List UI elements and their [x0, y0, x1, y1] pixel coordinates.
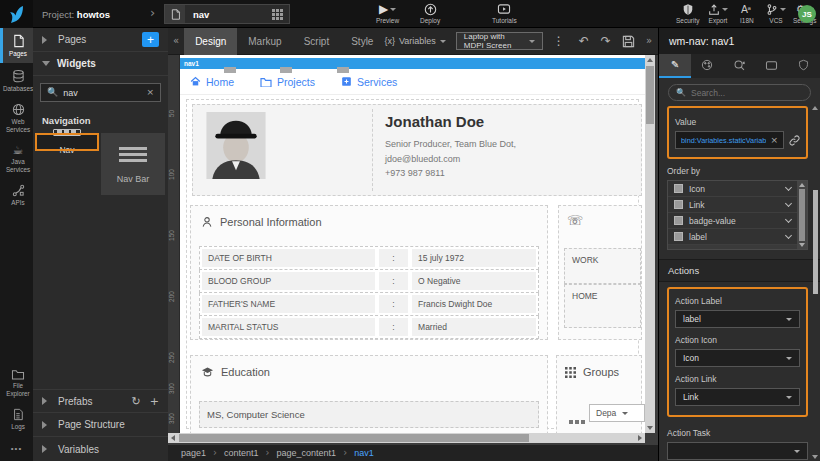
- collapse-left-panel-button[interactable]: «: [168, 36, 184, 46]
- contact-cell-home[interactable]: HOME: [564, 284, 641, 328]
- order-item-badge-value[interactable]: badge-value: [668, 213, 807, 229]
- tab-styles[interactable]: [691, 54, 723, 78]
- scroll-down-arrow[interactable]: [799, 243, 805, 247]
- order-item-label-row[interactable]: label: [668, 229, 807, 245]
- plus-icon[interactable]: +: [150, 396, 159, 407]
- scroll-right-arrow[interactable]: [635, 433, 645, 443]
- page-selector[interactable]: nav: [164, 4, 290, 24]
- tutorials-button[interactable]: Tutorials: [492, 3, 517, 24]
- personal-info-card[interactable]: Personal Information DATE OF BIRTH : 15 …: [190, 205, 548, 340]
- table-row[interactable]: DATE OF BIRTH : 15 july 1972: [199, 246, 539, 270]
- order-item-icon[interactable]: Icon: [668, 181, 807, 197]
- tab-style[interactable]: Style: [340, 28, 384, 55]
- prefabs-section-header[interactable]: Prefabs ↻+: [33, 389, 168, 413]
- clear-search-icon[interactable]: ×: [146, 88, 154, 97]
- redo-button[interactable]: ↷: [595, 35, 617, 47]
- widget-tile-nav[interactable]: Nav: [35, 133, 99, 151]
- widget-search-input[interactable]: [63, 88, 141, 98]
- order-item-link[interactable]: Link: [668, 197, 807, 213]
- tab-script[interactable]: Script: [293, 28, 341, 55]
- security-button[interactable]: Security: [676, 3, 699, 24]
- more-options-button[interactable]: ⋮: [553, 35, 565, 47]
- education-item[interactable]: MS, Computer Science: [199, 401, 539, 428]
- groups-card[interactable]: Groups Depa: [556, 355, 642, 433]
- clear-bind-icon[interactable]: ×: [770, 136, 778, 145]
- rail-item-file-explorer[interactable]: File Explorer: [0, 362, 33, 402]
- drag-handle[interactable]: [280, 67, 292, 73]
- variables-menu-button[interactable]: {x} Variables: [384, 36, 445, 46]
- add-page-button[interactable]: +: [142, 32, 159, 47]
- widget-selection-bar[interactable]: nav1: [180, 58, 645, 69]
- value-bind-input[interactable]: bind:Variables.staticVariable1.dataSet ×: [675, 131, 784, 149]
- preview-button[interactable]: ▶ Preview: [376, 3, 399, 24]
- chevron-down-icon[interactable]: [785, 183, 792, 190]
- canvas-vertical-scrollbar[interactable]: [645, 55, 655, 433]
- tab-device[interactable]: [756, 54, 788, 78]
- deploy-button[interactable]: Deploy: [420, 3, 440, 24]
- profile-card[interactable]: Jonathan Doe Senior Producer, Team Blue …: [192, 104, 642, 196]
- scrollbar-thumb[interactable]: [799, 189, 805, 241]
- widget-tile-navbar[interactable]: Nav Bar: [101, 133, 165, 195]
- contact-cell-work[interactable]: WORK: [564, 248, 641, 284]
- vcs-button[interactable]: VCS: [766, 3, 786, 24]
- action-task-select[interactable]: [667, 442, 808, 460]
- action-label-select[interactable]: label: [675, 310, 800, 328]
- nav-item-services[interactable]: Services: [341, 76, 397, 88]
- tab-properties[interactable]: ✎: [659, 54, 691, 78]
- user-avatar[interactable]: JS: [798, 5, 816, 23]
- rail-item-apis[interactable]: APIs: [0, 178, 33, 212]
- bind-link-icon[interactable]: [789, 135, 800, 146]
- chevron-down-icon[interactable]: [785, 215, 792, 222]
- chevron-down-icon[interactable]: [785, 231, 792, 238]
- canvas-horizontal-scrollbar[interactable]: [168, 433, 645, 443]
- rail-item-databases[interactable]: Databases: [0, 63, 33, 98]
- widgets-section-header[interactable]: Widgets: [33, 52, 168, 76]
- groups-dropdown[interactable]: Depa: [589, 404, 645, 422]
- breadcrumb-item[interactable]: page_content1: [277, 448, 337, 458]
- scroll-down-arrow[interactable]: [645, 423, 655, 433]
- drag-handle[interactable]: [224, 67, 236, 73]
- checkbox[interactable]: [674, 216, 683, 225]
- nav-widget[interactable]: Home Projects Services: [180, 69, 645, 95]
- rail-item-web-services[interactable]: Web Services: [0, 97, 33, 138]
- save-button[interactable]: [617, 35, 640, 48]
- nav-item-projects[interactable]: Projects: [260, 76, 315, 88]
- scroll-up-arrow[interactable]: [812, 106, 818, 110]
- tab-security[interactable]: [788, 54, 820, 78]
- page-structure-section-header[interactable]: Page Structure: [33, 413, 168, 437]
- device-select[interactable]: Laptop with MDPI Screen: [456, 32, 543, 50]
- properties-search-input[interactable]: [691, 88, 803, 98]
- scroll-up-arrow[interactable]: [799, 183, 805, 187]
- rail-item-pages[interactable]: Pages: [0, 28, 33, 63]
- drag-handle[interactable]: [337, 67, 349, 73]
- panel-scrollbar[interactable]: [812, 106, 819, 459]
- checkbox[interactable]: [674, 200, 683, 209]
- variables-section-header[interactable]: Variables: [33, 437, 168, 461]
- action-icon-select[interactable]: Icon: [675, 349, 800, 367]
- order-list-scrollbar[interactable]: [797, 181, 807, 249]
- rail-more-button[interactable]: •••: [0, 436, 33, 461]
- pages-section-header[interactable]: Pages +: [33, 28, 168, 52]
- tab-events[interactable]: [723, 54, 755, 78]
- collapse-right-panel-button[interactable]: »: [640, 36, 658, 46]
- scrollbar-thumb[interactable]: [179, 434, 529, 442]
- breadcrumb-item-current[interactable]: nav1: [354, 448, 374, 458]
- scroll-up-arrow[interactable]: [645, 55, 655, 65]
- i18n-button[interactable]: Aa I18N: [740, 3, 754, 24]
- tab-design[interactable]: Design: [184, 28, 237, 55]
- wavemaker-logo[interactable]: [0, 0, 33, 28]
- refresh-icon[interactable]: ↻: [132, 396, 141, 407]
- breadcrumb-item[interactable]: page1: [181, 448, 206, 458]
- scroll-left-arrow[interactable]: [168, 433, 178, 443]
- table-row[interactable]: FATHER'S NAME : Francis Dwight Doe: [199, 293, 539, 316]
- education-card[interactable]: Education MS, Computer Science: [190, 355, 548, 433]
- action-link-select[interactable]: Link: [675, 388, 800, 406]
- nav-item-home[interactable]: Home: [190, 76, 234, 88]
- table-row[interactable]: MARITAL STATUS : Married: [199, 316, 539, 339]
- scroll-down-arrow[interactable]: [812, 455, 818, 459]
- checkbox[interactable]: [674, 232, 683, 241]
- table-row[interactable]: BLOOD GROUP : O Negative: [199, 270, 539, 293]
- rail-item-java-services[interactable]: ☕ Java Services: [0, 138, 33, 178]
- rail-item-logs[interactable]: Logs: [0, 402, 33, 436]
- breadcrumb-item[interactable]: content1: [224, 448, 259, 458]
